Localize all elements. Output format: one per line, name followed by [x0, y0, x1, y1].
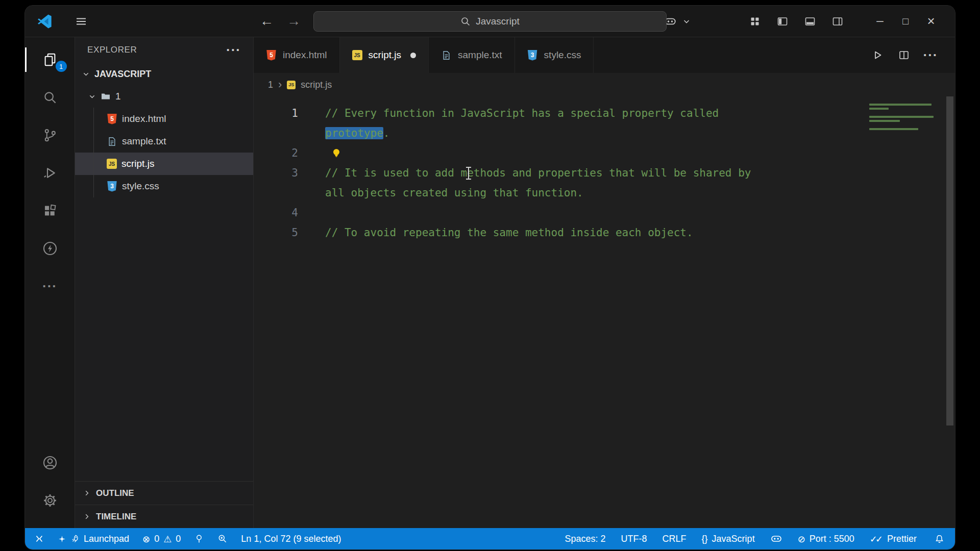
tab-sample-txt[interactable]: sample.txt	[429, 37, 515, 73]
copilot-status[interactable]	[770, 533, 782, 545]
css-icon: 3	[107, 181, 117, 192]
error-count: 0	[154, 534, 159, 544]
back-button[interactable]: ←	[260, 14, 274, 28]
chevron-right-icon	[83, 489, 91, 497]
comment-text: // To avoid repeating the same method in…	[325, 223, 693, 243]
activitybar-extensions[interactable]	[25, 195, 75, 226]
tab-bar: 5 index.html JS script.js sample.txt 3 s	[254, 37, 955, 73]
chevron-right-icon	[83, 513, 91, 520]
zoom-item[interactable]	[217, 534, 228, 544]
folder-icon	[101, 91, 111, 102]
file-name: script.js	[121, 158, 154, 169]
activitybar-search[interactable]	[25, 82, 75, 113]
tab-label: style.css	[544, 49, 581, 61]
customize-layout-icon[interactable]	[744, 11, 766, 32]
split-editor-icon[interactable]	[893, 45, 915, 65]
code-line-3: 3 // It is used to add methods and prope…	[254, 163, 955, 203]
explorer-sidebar: EXPLORER ··· JAVASCRIPT 1	[75, 37, 254, 528]
comment-text: // It is used to add methods and propert…	[325, 163, 765, 203]
files-icon	[42, 52, 58, 67]
encoding-selector[interactable]: UTF-8	[621, 534, 647, 544]
editor-scrollbar[interactable]	[946, 96, 953, 425]
line-number: 2	[254, 143, 325, 163]
outline-label: OUTLINE	[96, 488, 134, 498]
modified-indicator[interactable]	[410, 53, 416, 58]
indentation-selector[interactable]: Spaces: 2	[565, 534, 605, 544]
remote-indicator[interactable]	[33, 533, 44, 544]
workspace-root[interactable]: JAVASCRIPT	[75, 63, 253, 85]
code-line-4: 4	[254, 203, 955, 223]
file-item-index-html[interactable]: 5 index.html	[75, 108, 253, 130]
activitybar-more[interactable]: ···	[25, 271, 75, 302]
forward-button[interactable]: →	[287, 14, 301, 28]
file-item-script-js[interactable]: JS script.js	[75, 153, 253, 175]
source-control-icon	[42, 128, 58, 143]
comment-text: // Every function in JavaScript has a sp…	[325, 107, 725, 119]
tab-script-js[interactable]: JS script.js	[340, 37, 429, 73]
lightbulb-icon[interactable]	[330, 147, 342, 159]
explorer-more-icon[interactable]: ···	[226, 47, 241, 54]
activitybar-source-control[interactable]	[25, 120, 75, 151]
file-item-sample-txt[interactable]: sample.txt	[75, 130, 253, 153]
explorer-badge: 1	[56, 61, 67, 72]
breadcrumb-file[interactable]: script.js	[301, 80, 332, 90]
toggle-secondary-sidebar-icon[interactable]	[826, 11, 849, 32]
ports-item[interactable]	[194, 534, 204, 544]
activitybar-run-debug[interactable]	[25, 158, 75, 188]
launchpad-item[interactable]: Launchpad	[58, 534, 129, 544]
more-icon: ···	[42, 283, 57, 290]
chevron-down-icon[interactable]	[682, 17, 691, 26]
prettier-status[interactable]: ✓✓ Prettier	[870, 534, 917, 544]
live-server-port[interactable]: ⊘ Port : 5500	[798, 534, 854, 544]
braces-icon: {}	[702, 534, 708, 544]
command-center-search[interactable]: Javascript	[313, 11, 667, 32]
timeline-section[interactable]: TIMELINE	[75, 505, 253, 528]
breadcrumb-folder[interactable]: 1	[268, 80, 273, 90]
tab-style-css[interactable]: 3 style.css	[515, 37, 594, 73]
account-icon	[42, 455, 58, 471]
vscode-window: ← → Javascript	[24, 5, 955, 550]
extensions-icon	[42, 203, 58, 218]
cursor-position[interactable]: Ln 1, Col 72 (9 selected)	[241, 534, 341, 544]
title-bar: ← → Javascript	[25, 6, 955, 37]
close-button[interactable]: ×	[918, 11, 944, 32]
toggle-panel-icon[interactable]	[799, 11, 821, 32]
double-check-icon: ✓✓	[870, 534, 883, 544]
formatter-label: Prettier	[887, 534, 917, 544]
activitybar-thunder[interactable]	[25, 233, 75, 264]
notifications-bell[interactable]	[934, 534, 945, 544]
file-item-style-css[interactable]: 3 style.css	[75, 175, 253, 197]
js-icon: JS	[287, 81, 296, 89]
tab-index-html[interactable]: 5 index.html	[254, 37, 340, 73]
code-editor[interactable]: 1 // Every function in JavaScript has a …	[254, 96, 955, 528]
chevron-down-icon	[82, 70, 90, 78]
folder-item[interactable]: 1	[75, 85, 253, 108]
language-selector[interactable]: {} JavaScript	[702, 534, 755, 544]
js-icon: JS	[352, 50, 362, 60]
cursor-position-label: Ln 1, Col 72 (9 selected)	[241, 534, 341, 544]
errors-icon: ⊗	[142, 534, 150, 544]
activitybar-explorer[interactable]: 1	[25, 44, 75, 75]
status-bar: Launchpad ⊗ 0 ⚠ 0 Ln 1, Col 72 (9 select…	[25, 528, 955, 549]
warnings-icon: ⚠	[163, 534, 172, 544]
editor-more-icon[interactable]: ···	[919, 45, 942, 65]
toggle-sidebar-icon[interactable]	[771, 11, 794, 32]
menu-icon[interactable]	[70, 11, 92, 32]
run-button[interactable]	[866, 45, 889, 65]
comment-text: .	[383, 127, 390, 139]
activitybar-account[interactable]	[25, 447, 75, 478]
eol-selector[interactable]: CRLF	[663, 534, 687, 544]
file-name: sample.txt	[122, 136, 166, 147]
minimap[interactable]	[869, 104, 941, 132]
tab-label: index.html	[283, 49, 327, 61]
vscode-logo	[37, 14, 53, 29]
activity-bar: 1	[25, 37, 75, 528]
problems-item[interactable]: ⊗ 0 ⚠ 0	[142, 534, 181, 544]
activitybar-settings[interactable]	[25, 485, 75, 516]
maximize-button[interactable]: □	[893, 11, 918, 32]
minimize-button[interactable]: ─	[867, 11, 893, 32]
language-label: JavaScript	[712, 534, 755, 544]
outline-section[interactable]: OUTLINE	[75, 481, 253, 505]
html-icon: 5	[107, 114, 117, 124]
timeline-label: TIMELINE	[96, 512, 136, 522]
